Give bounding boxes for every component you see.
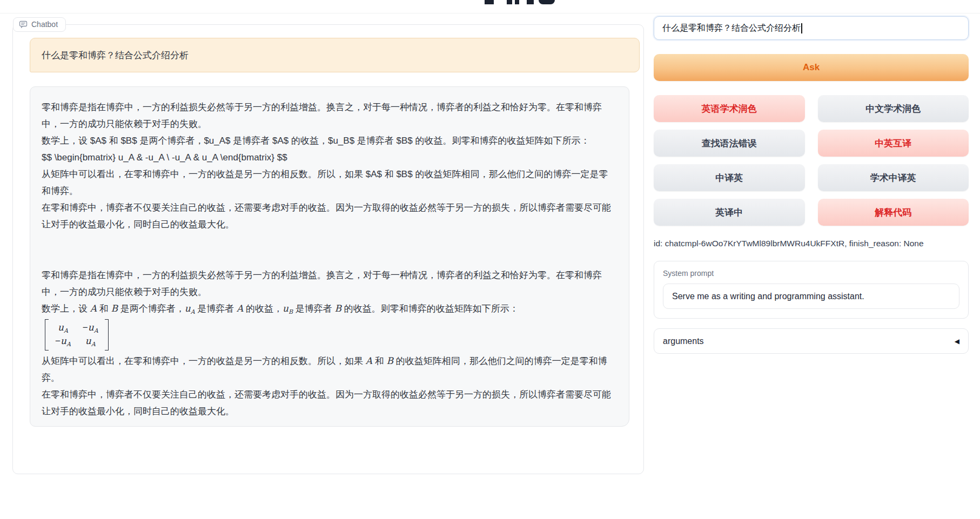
right-column: 什么是零和博弈？结合公式介绍分析 Ask 英语学术润色中文学术润色查找语法错误中… — [654, 16, 969, 354]
bot-message-bubble: 零和博弈是指在博弈中，一方的利益损失必然等于另一方的利益增益。换言之，对于每一种… — [30, 86, 629, 427]
bot-message-paragraph: 从矩阵中可以看出，在零和博弈中，一方的收益是另一方的相反数。所以，如果 A 和 … — [42, 353, 613, 386]
ask-button[interactable]: Ask — [654, 54, 969, 81]
chatbot-label: Chatbot — [13, 17, 66, 32]
arguments-accordion-label: arguments — [663, 336, 704, 346]
question-input-value: 什么是零和博弈？结合公式介绍分析 — [662, 23, 801, 34]
question-input[interactable]: 什么是零和博弈？结合公式介绍分析 — [654, 16, 969, 40]
chatbot-panel: Chatbot 什么是零和博弈？结合公式介绍分析 零和博弈是指在博弈中，一方的利… — [12, 24, 644, 474]
bot-message-paragraph: 数学上，设 $A$ 和 $B$ 是两个博弈者，$u_A$ 是博弈者 $A$ 的收… — [42, 132, 613, 149]
explain-code-button[interactable]: 解释代码 — [818, 199, 969, 226]
chatbot-label-text: Chatbot — [31, 20, 58, 29]
user-message-text: 什么是零和博弈？结合公式介绍分析 — [42, 47, 189, 64]
collapse-arrow-icon: ◀ — [955, 338, 959, 345]
system-prompt-group: System prompt Serve me as a writing and … — [654, 261, 969, 319]
find-grammar-errors-button[interactable]: 查找语法错误 — [654, 130, 805, 157]
system-prompt-label: System prompt — [663, 269, 959, 278]
bot-message-paragraph: 从矩阵中可以看出，在零和博弈中，一方的收益是另一方的相反数。所以，如果 $A$ … — [42, 166, 613, 199]
academic-zh-to-en-button[interactable]: 学术中译英 — [818, 164, 969, 191]
zh-en-mutual-translate-button[interactable]: 中英互译 — [818, 130, 969, 157]
prompt-button-grid: 英语学术润色中文学术润色查找语法错误中英互译中译英学术中译英英译中解释代码 — [654, 95, 969, 226]
system-prompt-input[interactable]: Serve me as a writing and programming as… — [663, 284, 959, 309]
status-text: id: chatcmpl-6wOo7KrYTwMl89lbrMWRu4UkFFX… — [654, 239, 969, 248]
header-divider — [0, 13, 980, 14]
zh-to-en-button[interactable]: 中译英 — [654, 164, 805, 191]
bot-message-paragraph: $$ \begin{bmatrix} u_A & -u_A \ -u_A & u… — [42, 149, 613, 166]
bot-message-paragraph: 零和博弈是指在博弈中，一方的利益损失必然等于另一方的利益增益。换言之，对于每一种… — [42, 267, 613, 300]
bot-message-paragraph: 零和博弈是指在博弈中，一方的利益损失必然等于另一方的利益增益。换言之，对于每一种… — [42, 99, 613, 132]
chinese-academic-polish-button[interactable]: 中文学术润色 — [818, 95, 969, 122]
bot-message-paragraph: 数学上，设 A 和 B 是两个博弈者，uA 是博弈者 A 的收益，uB 是博弈者… — [42, 300, 613, 317]
bot-message-paragraph: 在零和博弈中，博弈者不仅要关注自己的收益，还需要考虑对手的收益。因为一方取得的收… — [42, 199, 613, 233]
cropped-page-title — [482, 0, 569, 5]
user-message-bubble: 什么是零和博弈？结合公式介绍分析 — [30, 38, 640, 72]
en-to-zh-button[interactable]: 英译中 — [654, 199, 805, 226]
rendered-matrix: uA−uA−uAuA — [45, 319, 109, 351]
system-prompt-value: Serve me as a writing and programming as… — [672, 292, 864, 301]
bot-message-paragraph: 在零和博弈中，博弈者不仅要关注自己的收益，还需要考虑对手的收益。因为一方取得的收… — [42, 386, 613, 420]
bot-message: 零和博弈是指在博弈中，一方的利益损失必然等于另一方的利益增益。换言之，对于每一种… — [42, 99, 613, 420]
text-cursor — [801, 23, 802, 33]
english-academic-polish-button[interactable]: 英语学术润色 — [654, 95, 805, 122]
chat-bubble-icon — [19, 20, 28, 29]
arguments-accordion-header[interactable]: arguments ◀ — [654, 328, 969, 354]
